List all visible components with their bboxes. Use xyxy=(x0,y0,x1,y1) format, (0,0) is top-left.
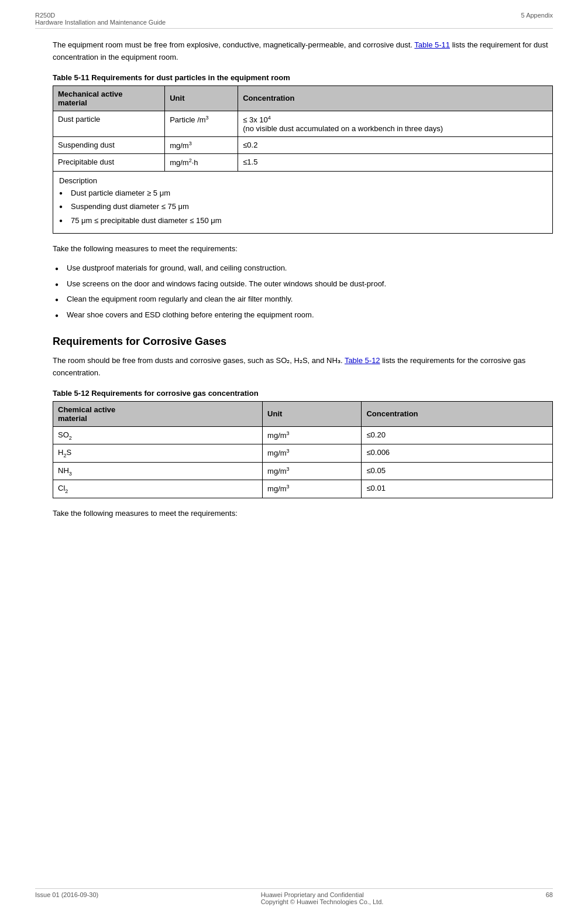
nh3-concentration: ≤0.05 xyxy=(362,462,553,480)
table1-header-unit: Unit xyxy=(165,85,238,111)
table2-header-concentration: Concentration xyxy=(362,401,553,426)
list-item: 75 μm ≤ precipitable dust diameter ≤ 150… xyxy=(59,215,546,227)
table1-header-concentration: Concentration xyxy=(238,85,553,111)
header-title-line1: R250D xyxy=(35,12,55,19)
table5-11-link[interactable]: Table 5-11 xyxy=(414,40,450,49)
page-header: R250D Hardware Installation and Maintena… xyxy=(35,12,553,29)
page: R250D Hardware Installation and Maintena… xyxy=(0,0,588,917)
table2-title: Table 5-12 Requirements for corrosive ga… xyxy=(53,389,553,398)
so2-unit: mg/m3 xyxy=(263,426,362,444)
description-row: Description Dust particle diameter ≥ 5 μ… xyxy=(53,171,553,234)
dust-particle-concentration: ≤ 3x 104 (no visible dust accumulated on… xyxy=(238,111,553,136)
list-item: Use dustproof materials for ground, wall… xyxy=(53,262,553,275)
section2-paragraph: The room should be free from dusts and c… xyxy=(53,355,553,379)
dust-particle-unit: Particle /m3 xyxy=(165,111,238,136)
table-row: Suspending dust mg/m3 ≤0.2 xyxy=(53,136,553,153)
cl2-concentration: ≤0.01 xyxy=(362,480,553,498)
table2-header-unit: Unit xyxy=(263,401,362,426)
footer-right: 68 xyxy=(546,891,553,905)
table-row: Precipitable dust mg/m2·h ≤1.5 xyxy=(53,154,553,171)
precipitable-dust-unit: mg/m2·h xyxy=(165,154,238,171)
precipitable-dust-material: Precipitable dust xyxy=(53,154,165,171)
intro-paragraph: The equipment room must be free from exp… xyxy=(53,39,553,64)
table-row: NH3 mg/m3 ≤0.05 xyxy=(53,462,553,480)
suspending-dust-concentration: ≤0.2 xyxy=(238,136,553,153)
measures2-intro: Take the following measures to meet the … xyxy=(53,508,553,520)
measures-list: Use dustproof materials for ground, wall… xyxy=(53,262,553,321)
header-left: R250D Hardware Installation and Maintena… xyxy=(35,12,166,26)
table5-12-link[interactable]: Table 5-12 xyxy=(345,356,380,365)
table-row: SO2 mg/m3 ≤0.20 xyxy=(53,426,553,444)
dust-particle-note: (no visible dust accumulated on a workbe… xyxy=(243,124,443,133)
cl2-unit: mg/m3 xyxy=(263,480,362,498)
footer-center-line1: Huawei Proprietary and Confidential xyxy=(261,891,384,898)
section2-text: The room should be free from dusts and c… xyxy=(53,356,343,365)
table1-title: Table 5-11 Requirements for dust particl… xyxy=(53,73,553,82)
desc-list: Dust particle diameter ≥ 5 μm Suspending… xyxy=(59,187,546,227)
precipitable-dust-concentration: ≤1.5 xyxy=(238,154,553,171)
list-item: Wear shoe covers and ESD clothing before… xyxy=(53,309,553,321)
footer-left: Issue 01 (2016-09-30) xyxy=(35,891,98,905)
section2-heading: Requirements for Corrosive Gases xyxy=(53,336,553,348)
page-footer: Issue 01 (2016-09-30) Huawei Proprietary… xyxy=(35,888,553,905)
footer-center-line2: Copyright © Huawei Technologies Co., Ltd… xyxy=(261,898,384,905)
description-cell: Description Dust particle diameter ≥ 5 μ… xyxy=(53,171,553,234)
suspending-dust-unit: mg/m3 xyxy=(165,136,238,153)
table2-header-row: Chemical activematerial Unit Concentrati… xyxy=(53,401,553,426)
so2-concentration: ≤0.20 xyxy=(362,426,553,444)
so2-material: SO2 xyxy=(53,426,263,444)
cl2-material: Cl2 xyxy=(53,480,263,498)
h2s-unit: mg/m3 xyxy=(263,444,362,463)
dust-particle-material: Dust particle xyxy=(53,111,165,136)
h2s-concentration: ≤0.006 xyxy=(362,444,553,463)
table1-header-row: Mechanical activematerial Unit Concentra… xyxy=(53,85,553,111)
header-right: 5 Appendix xyxy=(521,12,553,26)
desc-label: Description xyxy=(59,176,546,187)
intro-text: The equipment room must be free from exp… xyxy=(53,40,412,49)
measures-intro: Take the following measures to meet the … xyxy=(53,243,553,255)
dust-particles-table: Mechanical activematerial Unit Concentra… xyxy=(53,85,553,234)
table2-header-material: Chemical activematerial xyxy=(53,401,263,426)
suspending-dust-material: Suspending dust xyxy=(53,136,165,153)
table-row: Dust particle Particle /m3 ≤ 3x 104 (no … xyxy=(53,111,553,136)
corrosive-gas-table: Chemical activematerial Unit Concentrati… xyxy=(53,401,553,498)
header-title-line2: Hardware Installation and Maintenance Gu… xyxy=(35,19,166,26)
list-item: Use screens on the door and windows faci… xyxy=(53,278,553,290)
list-item: Dust particle diameter ≥ 5 μm xyxy=(59,187,546,199)
table-row: Cl2 mg/m3 ≤0.01 xyxy=(53,480,553,498)
list-item: Clean the equipment room regularly and c… xyxy=(53,293,553,306)
nh3-material: NH3 xyxy=(53,462,263,480)
nh3-unit: mg/m3 xyxy=(263,462,362,480)
table1-header-material: Mechanical activematerial xyxy=(53,85,165,111)
main-content: The equipment room must be free from exp… xyxy=(35,39,553,520)
table-row: H2S mg/m3 ≤0.006 xyxy=(53,444,553,463)
list-item: Suspending dust diameter ≤ 75 μm xyxy=(59,201,546,213)
h2s-material: H2S xyxy=(53,444,263,463)
footer-center: Huawei Proprietary and Confidential Copy… xyxy=(261,891,384,905)
